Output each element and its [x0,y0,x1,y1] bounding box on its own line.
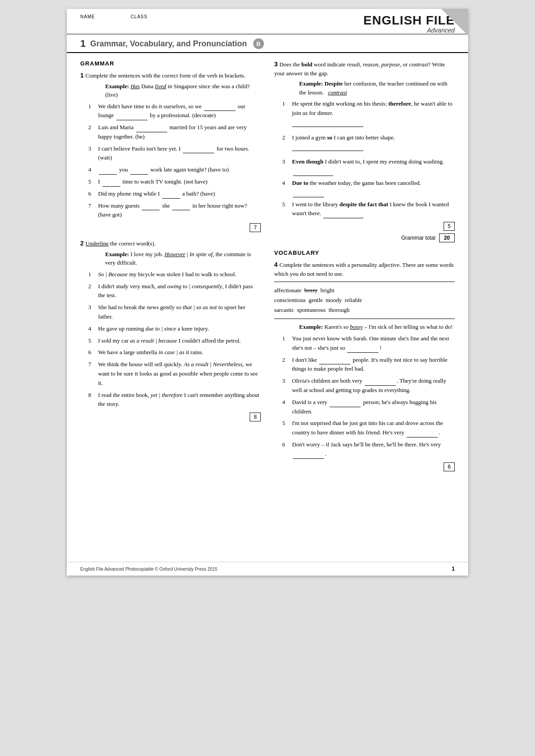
q4-score-box: 6 [274,462,455,471]
q3-item-5: 5 I went to the library despite the fact… [282,200,455,219]
q1-item-4: 4 you work late again tonight? (have to) [88,165,261,175]
q2-items: 1 So | Because my bicycle was stolen I h… [88,270,261,409]
q1-item-5: 5 I time to watch TV tonight. (not have) [88,177,261,187]
answer-line-1[interactable] [292,119,363,127]
q1-item-2: 2 Luis and Maria married for 15 years an… [88,123,261,142]
section-number: 1 [80,38,86,49]
answer-line-2[interactable] [292,143,363,151]
bossy-example: bossy [350,323,363,330]
q1-item-1: 1 We didn't have time to do it ourselves… [88,102,261,121]
blank-1b[interactable] [116,114,148,120]
q2-item-7: 7 We think the house will sell quickly. … [88,360,261,388]
q4-item-5: 5 I'm not surprised that he just got int… [282,419,455,437]
grammar-total-row: Grammar total 20 [274,233,455,242]
q4-items: 1 You just never know with Sarah. One mi… [282,334,455,459]
blank-3[interactable] [183,147,214,153]
q4-item-2: 2 I don't like people. It's really not n… [282,356,455,374]
q2-item-5: 5 I sold my car as a result | because I … [88,336,261,346]
footer-page-number: 1 [452,566,455,572]
q4-score: 6 [444,462,455,471]
q1-number: 1 [80,72,84,79]
question-2-block: 2 Underline the correct word(s). Example… [80,239,261,421]
q2-text: Underline the correct word(s). [86,240,156,247]
vocab-bottom-line [274,319,455,319]
q1-score-box: 7 [80,223,261,232]
blank-q3-5[interactable] [323,212,363,218]
vocab-word-list: affectionate bossy bright conscientious … [274,286,455,315]
blank-7b[interactable] [172,204,190,210]
question-3-title: 3 Does the bold word indicate result, re… [274,60,455,78]
q3-number: 3 [274,61,278,68]
q4-number: 4 [274,261,278,268]
blank-q4-1[interactable] [347,347,379,353]
q3-items: 1 He spent the night working on his thes… [282,99,455,218]
question-4-title: 4 Complete the sentences with a personal… [274,261,455,278]
vocabulary-heading: VOCABULARY [274,249,455,256]
q2-item-8: 8 I read the entire book, yet | therefor… [88,391,261,409]
question-1-block: 1 Complete the sentences with the correc… [80,71,261,232]
q4-item-4: 4 David is a very person; he's always hu… [282,398,455,417]
grammar-total-label: Grammar total [401,235,436,241]
blank-7a[interactable] [142,204,160,210]
question-1-title: 1 Complete the sentences with the correc… [80,71,261,80]
page-footer: English File Advanced Photocopiable © Ox… [67,562,468,576]
corner-decoration [441,9,468,36]
q2-score: 8 [250,413,261,421]
blank-q4-4[interactable] [329,401,361,407]
q3-text: Does the bold word indicate result, reas… [274,61,445,77]
q4-text: Complete the sentences with a personalit… [274,262,454,277]
q3-example-answer: contrast [328,89,347,96]
blank-q3-3[interactable] [293,170,333,176]
blank-q4-3[interactable] [365,380,396,386]
blank-6[interactable] [162,192,180,199]
q1-item-3: 3 I can't believe Paolo isn't here yet. … [88,144,261,163]
q3-example: Example: Despite her confusion, the teac… [299,79,455,97]
q1-items: 1 We didn't have time to do it ourselves… [88,102,261,220]
q2-item-2: 2 I didn't study very much, and owing to… [88,282,261,301]
blank-q4-6[interactable] [293,453,324,459]
left-column: GRAMMAR 1 Complete the sentences with th… [80,60,261,478]
q4-item-1: 1 You just never know with Sarah. One mi… [282,334,455,353]
header-labels: NAME CLASS [80,14,148,22]
section-badge: B [253,38,264,49]
vocab-top-line [274,282,455,282]
blank-4a[interactable] [99,168,117,175]
blank-5[interactable] [103,180,120,187]
blank-2[interactable] [136,126,167,132]
main-content: GRAMMAR 1 Complete the sentences with th… [67,53,468,486]
q1-text: Complete the sentences with the correct … [86,72,246,79]
q4-item-6: 6 Don't worry – if Jack says he'll be th… [282,440,455,459]
q1-item-6: 6 Did my phone ring while I a bath? (hav… [88,189,261,199]
q3-item-1: 1 He spent the night working on his thes… [282,99,455,131]
q2-item-3: 3 She had to break the news gently so th… [88,303,261,322]
q2-example: Example: I love my job. However | In spi… [105,250,261,267]
q2-example-label: Example: [105,251,129,257]
class-label: CLASS [131,14,148,19]
bossy-word: bossy [305,287,318,294]
q1-example-label: Example: [105,83,129,90]
q3-item-3: 3 Even though I didn't want to, I spent … [282,157,455,176]
q2-item-6: 6 We have a large umbrella in case | as … [88,348,261,357]
footer-copyright: English File Advanced Photocopiable © Ox… [80,567,218,572]
blank-q4-2[interactable] [319,358,350,364]
q2-item-4: 4 He gave up running due to | since a kn… [88,324,261,334]
blank-4b[interactable] [130,168,148,175]
q2-item-1: 1 So | Because my bicycle was stolen I h… [88,270,261,279]
q2-number: 2 [80,240,84,247]
name-label: NAME [80,14,95,19]
has-word: Has [131,83,140,90]
lived-word: lived [155,83,166,90]
section-title: Grammar, Vocabulary, and Pronunciation [90,39,247,49]
q1-item-7: 7 How many guests she in her house right… [88,201,261,220]
grammar-total-score: 20 [439,233,455,242]
question-2-title: 2 Underline the correct word(s). [80,239,261,248]
question-3-block: 3 Does the bold word indicate result, re… [274,60,455,242]
blank-q4-5[interactable] [407,431,438,437]
blank-1a[interactable] [204,105,235,111]
blank-q3-4[interactable] [293,191,324,197]
page-header: NAME CLASS ENGLISH FILE Advanced [67,9,468,34]
q3-item-4: 4 Due to the weather today, the game has… [282,179,455,197]
q1-example: Example: Has Dana lived in Singapore sin… [105,82,261,99]
right-column: 3 Does the bold word indicate result, re… [274,60,455,478]
q3-item-2: 2 I joined a gym so I can get into bette… [282,133,455,155]
